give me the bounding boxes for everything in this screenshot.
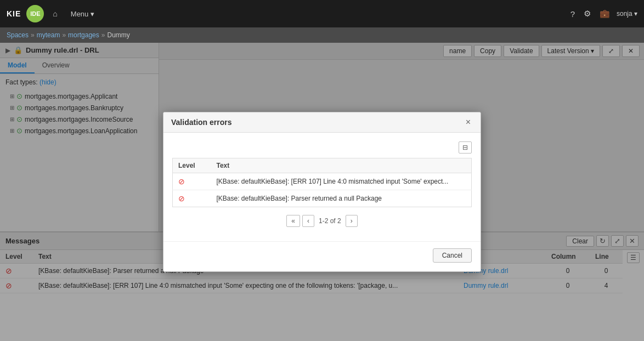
modal-header: Validation errors × bbox=[163, 112, 481, 133]
modal-title: Validation errors bbox=[171, 118, 231, 127]
ide-badge: IDE bbox=[26, 5, 44, 22]
breadcrumb: Spaces » myteam » mortgages » Dummy bbox=[0, 27, 644, 43]
modal-body: ⊟ Level Text ⊘ [KBase: defaultKieBase]: … bbox=[163, 133, 481, 241]
modal-overlay: Validation errors × ⊟ Level Text bbox=[0, 43, 644, 341]
settings-icon[interactable]: ⚙ bbox=[581, 7, 593, 21]
breadcrumb-sep3: » bbox=[101, 31, 105, 39]
top-navigation: KIE IDE ⌂ Menu ▾ ? ⚙ 💼 sonja ▾ bbox=[0, 0, 644, 27]
kie-logo: KIE bbox=[7, 9, 21, 18]
pagination: « ‹ 1-2 of 2 › bbox=[172, 207, 472, 232]
modal-table-toggle-button[interactable]: ⊟ bbox=[459, 141, 472, 154]
val-level-icon: ⊘ bbox=[173, 173, 211, 190]
val-text: [KBase: defaultKieBase]: [ERR 107] Line … bbox=[211, 173, 472, 190]
table-row: ⊘ [KBase: defaultKieBase]: Parser return… bbox=[173, 190, 472, 207]
help-icon[interactable]: ? bbox=[568, 7, 577, 21]
prev-page-button[interactable]: ‹ bbox=[302, 215, 314, 227]
main-area: ▶ 🔒 Dummy rule.drl - DRL Model Overview … bbox=[0, 43, 644, 341]
breadcrumb-spaces[interactable]: Spaces bbox=[7, 31, 29, 39]
menu-button[interactable]: Menu ▾ bbox=[66, 8, 99, 20]
breadcrumb-mortgages[interactable]: mortgages bbox=[68, 31, 99, 39]
cancel-button[interactable]: Cancel bbox=[433, 248, 472, 263]
val-col-header-level: Level bbox=[173, 158, 211, 173]
val-col-header-text: Text bbox=[211, 158, 472, 173]
validation-errors-modal: Validation errors × ⊟ Level Text bbox=[163, 112, 481, 272]
page-info: 1-2 of 2 bbox=[317, 217, 343, 225]
modal-footer: Cancel bbox=[163, 241, 481, 271]
breadcrumb-myteam[interactable]: myteam bbox=[37, 31, 60, 39]
next-page-button[interactable]: › bbox=[346, 215, 358, 227]
modal-toolbar: ⊟ bbox=[172, 141, 472, 154]
validation-table: Level Text ⊘ [KBase: defaultKieBase]: [E… bbox=[172, 158, 472, 207]
breadcrumb-current: Dummy bbox=[107, 31, 129, 39]
val-text: [KBase: defaultKieBase]: Parser returned… bbox=[211, 190, 472, 207]
breadcrumb-sep2: » bbox=[62, 31, 66, 39]
home-button[interactable]: ⌂ bbox=[49, 7, 60, 20]
val-level-icon: ⊘ bbox=[173, 190, 211, 207]
table-row: ⊘ [KBase: defaultKieBase]: [ERR 107] Lin… bbox=[173, 173, 472, 190]
user-menu[interactable]: sonja ▾ bbox=[617, 10, 637, 18]
briefcase-icon[interactable]: 💼 bbox=[597, 7, 612, 21]
nav-icons: ? ⚙ 💼 sonja ▾ bbox=[568, 7, 637, 21]
modal-close-button[interactable]: × bbox=[464, 118, 473, 127]
breadcrumb-sep1: » bbox=[31, 31, 35, 39]
first-page-button[interactable]: « bbox=[286, 215, 300, 227]
